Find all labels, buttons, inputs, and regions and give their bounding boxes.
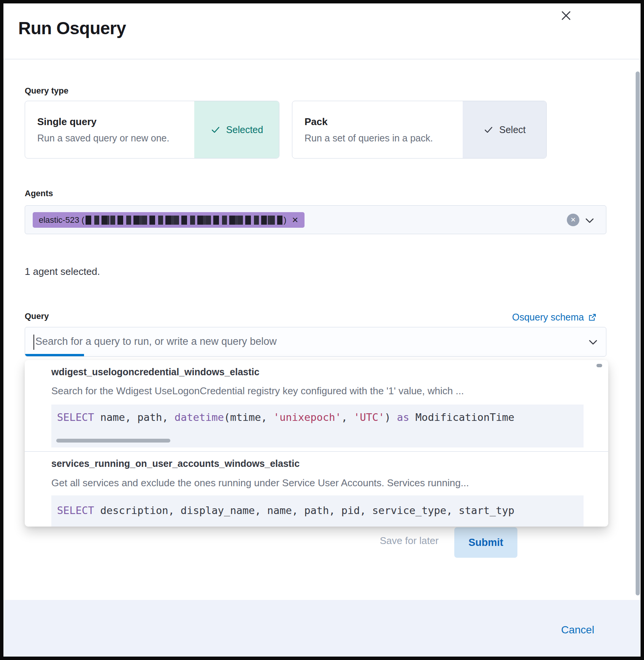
selected-label: Selected (226, 124, 263, 135)
query-search-input[interactable]: Search for a query to run, or write a ne… (25, 327, 606, 357)
pack-subtitle: Run a set of queries in a pack. (305, 133, 463, 144)
agent-badge-suffix: ) (284, 215, 286, 225)
header-divider (3, 59, 641, 59)
check-icon (210, 124, 221, 135)
check-icon (483, 124, 494, 135)
option-description: Get all services and exclude the ones ru… (51, 477, 469, 489)
query-type-card-single[interactable]: Single query Run a saved query or new on… (25, 101, 279, 159)
close-icon[interactable] (558, 7, 574, 24)
query-search-placeholder: Search for a query to run, or write a ne… (35, 336, 277, 347)
clear-selection-icon[interactable]: ✕ (567, 214, 579, 226)
run-osquery-modal: Run Osquery Query type Single query Run … (3, 3, 641, 657)
option-description: Search for the Wdigest UseLogonCredentia… (51, 385, 464, 397)
redacted-agent-id (86, 216, 282, 225)
agents-selected-count: 1 agent selected. (25, 266, 100, 278)
single-query-title: Single query (37, 116, 194, 128)
agent-badge-prefix: elastic-523 ( (39, 215, 84, 225)
remove-agent-icon[interactable]: ✕ (292, 216, 298, 225)
single-query-subtitle: Run a saved query or new one. (37, 133, 194, 144)
code-horizontal-scrollbar-thumb[interactable] (56, 439, 170, 443)
pack-title: Pack (305, 116, 463, 128)
pack-select-badge: Select (463, 101, 546, 158)
modal-title: Run Osquery (18, 18, 126, 38)
option-code-block: SELECT name, path, datetime(mtime, 'unix… (51, 405, 584, 447)
dropdown-scrollbar-thumb[interactable] (596, 364, 602, 367)
single-query-card-body: Single query Run a saved query or new on… (25, 101, 194, 158)
save-for-later-button[interactable]: Save for later (380, 535, 439, 547)
single-query-selected-badge: Selected (194, 101, 279, 158)
option-name: wdigest_uselogoncredential_windows_elast… (51, 366, 259, 378)
sql-code: SELECT description, display_name, name, … (57, 505, 514, 516)
chevron-down-icon[interactable] (587, 336, 599, 348)
pack-card-body: Pack Run a set of queries in a pack. (292, 101, 463, 158)
agent-badge[interactable]: elastic-523 ( ) ✕ (33, 212, 305, 228)
query-type-card-pack[interactable]: Pack Run a set of queries in a pack. Sel… (292, 101, 547, 159)
submit-button[interactable]: Submit (454, 527, 517, 558)
modal-scrollbar[interactable] (636, 71, 640, 595)
option-divider (25, 451, 608, 452)
chevron-down-icon[interactable] (584, 215, 595, 226)
external-link-icon (588, 313, 597, 322)
option-code-block: SELECT description, display_name, name, … (51, 495, 584, 527)
osquery-schema-label: Osquery schema (512, 312, 584, 323)
sql-code: SELECT name, path, datetime(mtime, 'unix… (57, 411, 514, 423)
select-label: Select (499, 124, 525, 135)
agents-combobox[interactable]: elastic-523 ( ) ✕ ✕ (25, 205, 606, 234)
text-caret (33, 335, 34, 350)
query-label: Query (25, 311, 49, 321)
query-options-dropdown: wdigest_uselogoncredential_windows_elast… (25, 360, 608, 527)
cancel-button[interactable]: Cancel (561, 624, 594, 636)
modal-footer: Cancel (3, 600, 641, 657)
osquery-schema-link[interactable]: Osquery schema (512, 312, 597, 323)
agents-label: Agents (25, 189, 53, 198)
option-name: services_running_on_user_accounts_window… (51, 458, 300, 469)
query-type-label: Query type (25, 86, 68, 96)
focus-indicator (25, 354, 84, 356)
screenshot-frame: Run Osquery Query type Single query Run … (0, 0, 644, 660)
